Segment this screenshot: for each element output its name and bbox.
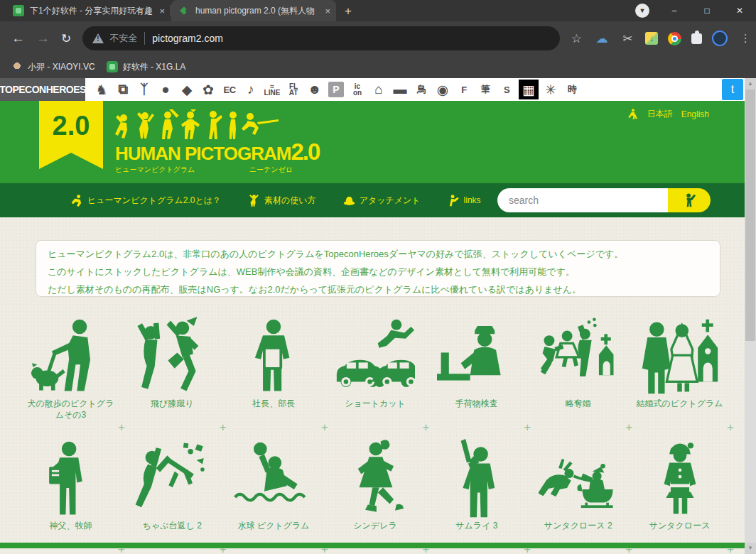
burst-icon[interactable]: ✳ xyxy=(541,80,560,99)
pumpkin-icon[interactable]: ☻ xyxy=(306,80,324,99)
bookmark-site-icon xyxy=(107,61,118,72)
reload-button[interactable]: ↻ xyxy=(61,31,71,46)
page-scrollbar[interactable]: ▲ ▼ xyxy=(745,78,756,554)
browser-toolbar: ← → ↻ 不安全 pictogram2.com ☆ ☁ ✂ ↓ ⋮ xyxy=(0,21,756,55)
pictogram-item[interactable]: 結婚式のピクトグラム+ xyxy=(629,317,730,439)
forward-button[interactable]: → xyxy=(36,31,50,46)
chrome-extension-icon[interactable] xyxy=(668,32,681,45)
pg-priest xyxy=(28,439,113,518)
pg-shortcut xyxy=(333,317,418,396)
tab-close-icon[interactable]: × xyxy=(325,6,330,16)
pictogram-item[interactable]: サンタクロース+ xyxy=(629,439,730,554)
pictogram-item[interactable]: ちゃぶ台返し 2+ xyxy=(122,439,223,554)
pictogram-item[interactable]: ショートカット+ xyxy=(325,317,426,439)
minimize-button[interactable]: – xyxy=(658,6,691,16)
flower-icon[interactable]: ✿ xyxy=(199,80,217,99)
profile-avatar[interactable] xyxy=(712,31,728,46)
grid-icon[interactable]: ▦ xyxy=(519,80,539,99)
leaf-icon[interactable]: ◆ xyxy=(178,80,196,99)
pictogram-item[interactable]: 手荷物検査+ xyxy=(426,317,527,439)
pictogram-label: ショートカット xyxy=(340,396,410,409)
nav-item[interactable]: links xyxy=(448,195,481,207)
topecon-icons: ♞⧉ᛉ●◆✿EC♪≈LINEFLAT☻Picon⌂▬鳥◉F筆S▦✳時 xyxy=(92,80,581,99)
site-logo[interactable]: HUMAN PICTOGRAM2.0 ヒューマンピクトグラム ニーテンゼロ xyxy=(115,109,300,175)
bookmark-item-2[interactable]: 好软件 - X1G.LA xyxy=(107,61,186,73)
page-content: ヒューマンピクトグラム2.0は、非常口のあの人のピクトグラムをTopeconHe… xyxy=(0,217,745,548)
icon-site-icon[interactable]: icon xyxy=(348,80,367,99)
expand-plus[interactable]: + xyxy=(727,420,734,435)
search-input[interactable] xyxy=(497,188,668,212)
frames-icon[interactable]: ⧉ xyxy=(114,80,132,99)
extensions-puzzle-icon[interactable] xyxy=(691,33,702,44)
search-button[interactable] xyxy=(668,188,711,212)
sofa-icon[interactable]: ▬ xyxy=(391,80,409,99)
pictogram-item[interactable]: 飛び膝蹴り+ xyxy=(122,317,223,439)
address-bar[interactable]: 不安全 pictogram2.com xyxy=(82,26,560,50)
ec-icon[interactable]: EC xyxy=(220,80,239,99)
bookmark-avatar-icon xyxy=(11,61,23,72)
url-text[interactable]: pictogram2.com xyxy=(152,33,223,44)
lang-english-link[interactable]: English xyxy=(681,109,709,119)
pictogram-label: シンデレラ xyxy=(349,518,401,531)
twitter-icon[interactable]: t xyxy=(722,79,743,100)
new-tab-button[interactable]: + xyxy=(345,4,352,18)
intro-line: ヒューマンピクトグラム2.0は、非常口のあの人のピクトグラムをTopeconHe… xyxy=(48,245,708,263)
menu-dots-icon[interactable]: ⋮ xyxy=(738,32,753,45)
security-label[interactable]: 不安全 xyxy=(109,32,137,45)
parking-icon[interactable]: P xyxy=(328,82,344,97)
nav-item[interactable]: 素材の使い方 xyxy=(248,195,316,207)
pictogram-label: 結婚式のピクトグラム xyxy=(632,396,728,409)
f-stylized-icon[interactable]: F xyxy=(455,80,473,99)
line-wave-icon[interactable]: ≈LINE xyxy=(263,80,281,99)
time-kanji-icon[interactable]: 時 xyxy=(563,80,581,99)
nav-items: ヒューマンピクトグラム2.0とは？素材の使い方アタッチメントlinks xyxy=(71,195,481,207)
bookmarks-bar: 小羿 - XIAOYI.VC 好软件 - X1G.LA xyxy=(0,55,756,78)
pictogram-label: 犬の散歩のピクトグラムその3 xyxy=(20,396,122,420)
brush-kanji-icon[interactable]: 筆 xyxy=(476,80,495,99)
nav-item-label: links xyxy=(464,195,481,205)
pictogram-item[interactable]: 犬の散歩のピクトグラムその3+ xyxy=(20,317,122,439)
nav-hat-icon xyxy=(343,195,355,207)
pictogram-item[interactable]: シンデレラ+ xyxy=(325,439,426,554)
pattern-circle-icon[interactable]: ◉ xyxy=(433,80,452,99)
flat-icon[interactable]: FLAT xyxy=(284,80,303,99)
nav-item[interactable]: ヒューマンピクトグラム2.0とは？ xyxy=(71,195,221,207)
pictogram-item[interactable]: サムライ 3+ xyxy=(426,439,527,554)
lang-japanese-link[interactable]: 日本語 xyxy=(647,108,673,120)
browser-tab-2[interactable]: human pictogram 2.0 (無料人物 × xyxy=(171,0,336,21)
s-icon[interactable]: S xyxy=(497,80,516,99)
media-control-button[interactable]: ▼ xyxy=(635,4,649,18)
building-icon[interactable]: ⌂ xyxy=(369,80,388,99)
hippo-icon[interactable]: ♞ xyxy=(92,80,111,99)
scroll-down-arrow[interactable]: ▼ xyxy=(745,543,756,554)
scroll-up-arrow[interactable]: ▲ xyxy=(745,78,756,89)
download-extension-icon[interactable]: ↓ xyxy=(645,32,658,45)
nav-item[interactable]: アタッチメント xyxy=(343,195,421,207)
bird-kanji-icon[interactable]: 鳥 xyxy=(412,80,431,99)
tab-close-icon[interactable]: × xyxy=(159,6,165,16)
pictogram-label: 社長、部長 xyxy=(248,396,299,409)
pictogram-item[interactable]: 神父、牧師+ xyxy=(20,439,122,554)
pictogram-item[interactable]: 社長、部長+ xyxy=(223,317,325,439)
walk-icon xyxy=(627,109,639,120)
topecon-heroes-bar: TOPECONHEROES ♞⧉ᛉ●◆✿EC♪≈LINEFLAT☻Picon⌂▬… xyxy=(0,78,756,101)
topecon-brand[interactable]: TOPECONHEROES xyxy=(0,78,85,101)
bookmark-item-1[interactable]: 小羿 - XIAOYI.VC xyxy=(11,61,95,73)
browser-tab-1[interactable]: 下1个好软件 - 分享实用好玩有趣 × xyxy=(6,0,171,21)
pictogram-item[interactable]: 水球 ピクトグラム+ xyxy=(223,439,325,554)
back-button[interactable]: ← xyxy=(11,31,25,46)
scrollbar-thumb[interactable] xyxy=(745,89,755,341)
bookmark-star-icon[interactable]: ☆ xyxy=(568,31,584,46)
site-favicon xyxy=(13,5,24,16)
pictogram-label: 略奪婚 xyxy=(561,396,595,409)
music-note-icon[interactable]: ♪ xyxy=(242,80,260,99)
pictogram-item[interactable]: 略奪婚+ xyxy=(527,317,629,439)
scissors-extension-icon[interactable]: ✂ xyxy=(620,31,635,46)
cloud-extension-icon[interactable]: ☁ xyxy=(594,31,610,46)
human-pictogram-icon[interactable]: ᛉ xyxy=(135,80,153,99)
maximize-button[interactable]: □ xyxy=(691,6,723,16)
speech-bubble-icon[interactable]: ● xyxy=(156,80,175,99)
pg-president xyxy=(231,317,316,396)
pictogram-item[interactable]: サンタクロース 2+ xyxy=(527,439,629,554)
close-button[interactable]: ✕ xyxy=(723,6,756,16)
